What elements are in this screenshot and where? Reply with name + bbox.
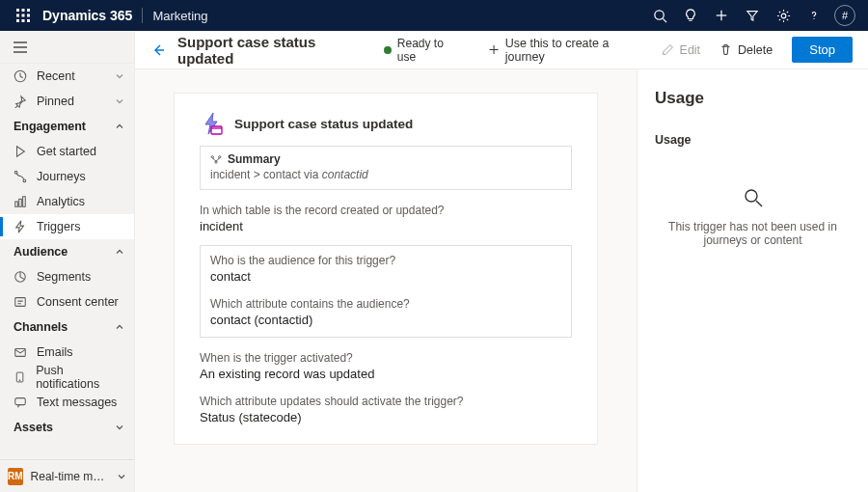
cmd-label: Delete (738, 43, 773, 57)
svg-rect-5 (27, 14, 30, 17)
flow-icon (210, 153, 222, 165)
svg-rect-4 (22, 14, 25, 17)
avatar-initial: # (842, 10, 848, 21)
chevron-up-icon (115, 122, 124, 131)
push-icon (14, 370, 26, 384)
svg-rect-22 (15, 202, 18, 206)
lightbulb-icon[interactable] (675, 0, 706, 31)
sidebar-item-recent[interactable]: Recent (0, 64, 134, 89)
sidebar-item-get-started[interactable]: Get started (0, 139, 134, 164)
page-title: Support case status updated (177, 34, 363, 67)
section-label: Engagement (14, 120, 86, 133)
svg-line-10 (663, 18, 666, 22)
svg-rect-24 (23, 197, 26, 207)
answer-attribute: contact (contactid) (210, 313, 561, 327)
environment-badge: RM (8, 468, 23, 485)
topbar-divider (142, 8, 143, 23)
section-label: Audience (14, 245, 68, 259)
sidebar-section-audience[interactable]: Audience (0, 239, 134, 264)
trigger-card: Support case status updated Summary inci… (174, 93, 598, 445)
sidebar-section-channels[interactable]: Channels (0, 314, 134, 340)
summary-path: incident > contact via contactid (210, 168, 561, 181)
svg-rect-0 (16, 9, 19, 12)
sidebar-item-label: Emails (37, 345, 73, 359)
filter-icon[interactable] (737, 0, 768, 31)
sidebar-item-push[interactable]: Push notifications (0, 365, 134, 390)
status-badge: Ready to use (384, 37, 460, 64)
email-icon (14, 345, 27, 359)
consent-icon (14, 295, 27, 309)
answer-updates: Status (statecode) (200, 410, 572, 424)
svg-rect-2 (27, 9, 30, 12)
app-launcher-icon[interactable] (8, 0, 39, 31)
svg-rect-1 (22, 9, 25, 12)
answer-audience: contact (210, 269, 561, 284)
svg-point-15 (813, 18, 814, 19)
sms-icon (14, 396, 27, 409)
audience-box: Who is the audience for this trigger? co… (200, 245, 572, 338)
sidebar-item-journeys[interactable]: Journeys (0, 164, 134, 189)
svg-rect-33 (211, 126, 222, 134)
sidebar-section-assets[interactable]: Assets (0, 415, 134, 440)
sidebar-item-consent-center[interactable]: Consent center (0, 289, 134, 314)
sidebar-item-label: Journeys (37, 170, 86, 183)
module-name[interactable]: Marketing (152, 9, 207, 23)
search-icon (741, 185, 766, 210)
question-audience: Who is the audience for this trigger? (210, 254, 561, 267)
cmd-label: Edit (680, 43, 701, 57)
sidebar-item-label: Consent center (37, 295, 119, 309)
sidebar-section-engagement[interactable]: Engagement (0, 114, 134, 139)
stop-button[interactable]: Stop (792, 37, 853, 63)
sidebar-item-label: Segments (37, 270, 91, 284)
section-label: Assets (14, 421, 53, 434)
sidebar-item-analytics[interactable]: Analytics (0, 189, 134, 214)
svg-point-37 (746, 190, 757, 202)
sidebar-item-text[interactable]: Text messages (0, 390, 134, 415)
sidebar-item-pinned[interactable]: Pinned (0, 89, 134, 114)
sidebar-item-segments[interactable]: Segments (0, 264, 134, 289)
help-icon[interactable] (799, 0, 829, 31)
empty-text: This trigger has not been used in journe… (655, 220, 851, 247)
chevron-up-icon (115, 322, 124, 332)
user-avatar[interactable]: # (829, 0, 860, 31)
chevron-down-icon (117, 472, 126, 481)
gear-icon[interactable] (768, 0, 799, 31)
summary-box: Summary incident > contact via contactid (200, 146, 572, 190)
question-activated: When is the trigger activated? (200, 351, 572, 365)
journey-icon (14, 170, 27, 183)
status-text: Ready to use (397, 37, 461, 64)
sidebar-item-label: Triggers (37, 220, 80, 233)
plus-icon[interactable] (706, 0, 737, 31)
analytics-icon (14, 195, 27, 208)
answer-table: incident (200, 219, 572, 233)
answer-activated: An existing record was updated (200, 367, 572, 381)
sidebar-item-label: Get started (37, 145, 96, 158)
sidebar-item-emails[interactable]: Emails (0, 340, 134, 365)
play-icon (14, 145, 27, 158)
clock-icon (14, 69, 27, 83)
sidebar-collapse-icon[interactable] (0, 31, 134, 64)
plus-icon (488, 43, 500, 56)
brand-name: Dynamics 365 (42, 8, 132, 23)
trash-icon (719, 43, 732, 56)
sidebar-item-triggers[interactable]: Triggers (0, 214, 134, 239)
section-label: Channels (14, 320, 68, 334)
back-button[interactable] (150, 42, 166, 58)
sidebar-item-label: Recent (37, 69, 75, 83)
trigger-icon (14, 220, 27, 233)
svg-rect-3 (16, 14, 19, 17)
use-in-journey-button[interactable]: Use this to create a journey (484, 37, 646, 64)
delete-button[interactable]: Delete (716, 43, 776, 57)
summary-label: Summary (228, 152, 281, 166)
chevron-up-icon (115, 247, 124, 257)
svg-rect-23 (19, 199, 22, 206)
svg-point-29 (19, 380, 20, 381)
sidebar-item-label: Text messages (37, 396, 117, 409)
environment-switcher[interactable]: RM Real-time marketi... (0, 459, 134, 492)
command-bar: Support case status updated Ready to use… (135, 31, 868, 69)
svg-line-38 (756, 201, 762, 206)
chevron-down-icon (115, 423, 124, 432)
search-icon[interactable] (644, 0, 675, 31)
edit-button[interactable]: Edit (658, 43, 705, 57)
card-title: Support case status updated (234, 117, 413, 131)
